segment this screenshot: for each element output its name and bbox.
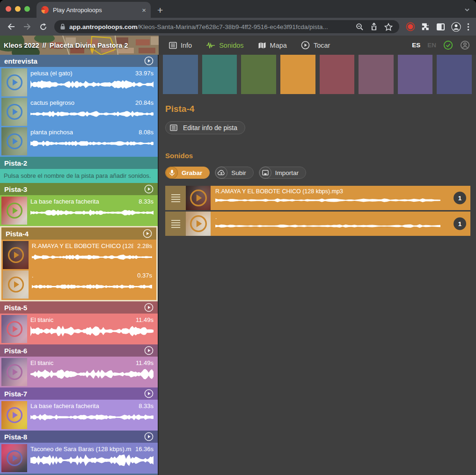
tracks-sidebar: entrevista pelusa (el gato) 33.97s cactu… xyxy=(0,55,159,475)
track-header[interactable]: Pista-8 xyxy=(0,431,158,443)
track-header[interactable]: Pista-5 xyxy=(0,301,158,314)
reload-button[interactable] xyxy=(37,20,50,33)
tab-close-icon[interactable]: × xyxy=(142,7,146,14)
track-play-icon[interactable] xyxy=(144,432,154,441)
tab-search-chevron-icon[interactable] xyxy=(464,6,470,14)
sound-item[interactable]: El titanic 11.49s xyxy=(1,358,156,386)
play-icon[interactable] xyxy=(6,321,23,337)
antropoloops-favicon xyxy=(41,6,49,14)
sound-item[interactable]: La base fachera facherita 8.33s xyxy=(1,401,156,429)
sound-info: Taconeo de Sara Baras (128 kbps).mp3 16.… xyxy=(30,444,156,472)
sound-item[interactable]: El titanic 11.49s xyxy=(1,315,156,343)
play-icon[interactable] xyxy=(7,247,24,263)
language-es[interactable]: ES xyxy=(412,42,420,49)
minimize-window-icon[interactable] xyxy=(15,6,21,12)
close-window-icon[interactable] xyxy=(6,6,11,12)
back-button[interactable] xyxy=(5,20,18,33)
record-button[interactable]: Grabar xyxy=(165,167,210,179)
track-name: Pista-7 xyxy=(4,390,27,398)
breadcrumb-separator: // xyxy=(43,42,46,49)
sidebar-track-pista-4: Pista-4 R.AMAYA Y EL BOBOTE CHICO (128 k… xyxy=(0,226,158,301)
edit-track-info-button[interactable]: Editar info de pista xyxy=(165,121,245,134)
recorder-extension-icon[interactable] xyxy=(406,22,415,31)
forward-button[interactable] xyxy=(21,20,34,33)
zoom-icon[interactable] xyxy=(356,23,364,31)
nav-item-sonidos[interactable]: Sonidos xyxy=(206,42,243,49)
account-icon[interactable] xyxy=(460,40,470,50)
bookmark-star-icon[interactable] xyxy=(384,23,393,31)
language-en[interactable]: EN xyxy=(427,42,436,49)
play-icon[interactable] xyxy=(6,103,23,120)
sound-info: pelusa (el gato) 33.97s xyxy=(30,68,156,96)
waveform xyxy=(215,195,440,205)
track-play-icon[interactable] xyxy=(144,389,154,398)
play-icon[interactable] xyxy=(6,450,23,467)
sound-item[interactable]: pelusa (el gato) 33.97s xyxy=(1,68,156,96)
track-header[interactable]: Pista-4 xyxy=(1,227,156,240)
track-header[interactable]: Pista-6 xyxy=(0,344,158,357)
track-play-icon[interactable] xyxy=(144,184,154,194)
play-icon[interactable] xyxy=(6,364,23,380)
browser-tab[interactable]: Play Antropoloops × xyxy=(37,2,151,18)
track-color-swatch-4[interactable] xyxy=(280,55,315,94)
sound-thumbnail xyxy=(1,197,27,225)
maximize-window-icon[interactable] xyxy=(24,6,30,12)
side-panel-icon[interactable] xyxy=(436,23,445,31)
track-color-swatch-2[interactable] xyxy=(202,55,237,94)
track-color-swatch-7[interactable] xyxy=(398,55,433,94)
track-map-thumbnail[interactable]: Kleos 2022 // Placeta Divina Pastora 2 xyxy=(0,36,159,55)
play-icon[interactable] xyxy=(6,407,23,424)
import-button[interactable]: Importar xyxy=(259,167,306,179)
play-circle-icon xyxy=(301,41,310,50)
sound-item[interactable]: Taconeo de Sara Baras (128 kbps).mp3 16.… xyxy=(1,444,156,472)
sync-check-icon[interactable] xyxy=(443,40,453,50)
new-tab-button[interactable]: + xyxy=(157,5,163,16)
drag-handle-icon[interactable] xyxy=(165,212,186,236)
track-color-swatch-1[interactable] xyxy=(163,55,198,94)
url-bar[interactable]: app.antropoloops.com/Kleos-Santa-Marina/… xyxy=(54,20,399,33)
track-play-icon[interactable] xyxy=(144,303,154,312)
sound-body: R.AMAYA Y EL BOBOTE CHICO (128 kbps).mp3 xyxy=(211,186,470,210)
track-header[interactable]: Pista-7 xyxy=(0,387,158,400)
play-icon[interactable] xyxy=(6,74,23,91)
sound-item[interactable]: . 0.37s xyxy=(3,270,155,299)
nav-item-tocar[interactable]: Tocar xyxy=(301,41,330,50)
track-color-swatch-6[interactable] xyxy=(359,55,394,94)
play-icon[interactable] xyxy=(190,215,207,233)
play-icon[interactable] xyxy=(6,202,23,219)
sound-row[interactable]: R.AMAYA Y EL BOBOTE CHICO (128 kbps).mp3… xyxy=(165,186,470,210)
sound-item[interactable]: R.AMAYA Y EL BOBOTE CHICO (128 kbps)....… xyxy=(3,241,155,269)
sound-title: planta pinchosa xyxy=(30,129,73,136)
sound-thumbnail xyxy=(186,186,211,210)
track-color-swatch-3[interactable] xyxy=(241,55,276,94)
play-icon[interactable] xyxy=(7,276,24,293)
play-icon[interactable] xyxy=(6,133,23,150)
sound-item[interactable]: planta pinchosa 8.08s xyxy=(1,127,156,155)
track-header[interactable]: Pista-3 xyxy=(0,183,158,195)
track-play-icon[interactable] xyxy=(144,56,154,66)
sound-item[interactable]: La base fachera facherita 8.33s xyxy=(1,197,156,225)
nav-item-info[interactable]: Info xyxy=(169,42,192,49)
app-nav-items: Info Sonidos Mapa Tocar xyxy=(169,41,330,50)
track-header[interactable]: Pista-2 xyxy=(0,157,158,169)
share-icon[interactable] xyxy=(370,22,378,31)
sound-item[interactable]: cactus peligroso 20.84s xyxy=(1,98,156,126)
upload-button[interactable]: Subir xyxy=(215,167,254,179)
browser-tab-strip: Play Antropoloops × + xyxy=(0,0,476,18)
track-color-swatch-8[interactable] xyxy=(437,55,472,94)
waveform xyxy=(30,108,154,120)
browser-menu-icon[interactable] xyxy=(467,23,469,31)
track-header[interactable]: entrevista xyxy=(0,55,158,67)
empty-track-hint: Pulsa sobre el nombre de la pista para a… xyxy=(0,169,158,183)
track-color-swatch-5[interactable] xyxy=(320,55,355,94)
sound-thumbnail xyxy=(1,401,27,429)
profile-avatar-icon[interactable] xyxy=(451,22,461,32)
drag-handle-icon[interactable] xyxy=(165,186,186,210)
sound-row[interactable]: . 1 xyxy=(165,212,470,236)
track-play-icon[interactable] xyxy=(143,229,152,238)
play-icon[interactable] xyxy=(190,189,207,207)
sound-title: . xyxy=(32,272,34,279)
nav-item-mapa[interactable]: Mapa xyxy=(258,42,287,49)
extensions-puzzle-icon[interactable] xyxy=(421,22,430,31)
track-play-icon[interactable] xyxy=(144,346,154,355)
